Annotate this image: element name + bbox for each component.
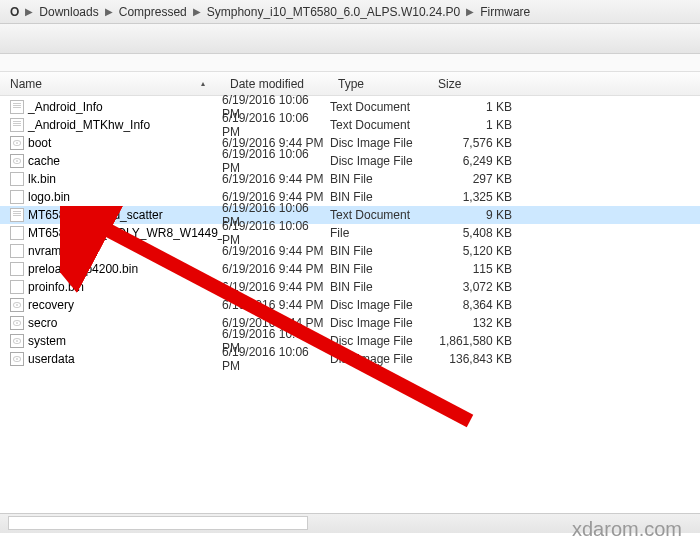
file-size: 297 KB bbox=[430, 172, 520, 186]
file-name-label: system bbox=[28, 334, 66, 348]
file-type: Disc Image File bbox=[330, 298, 430, 312]
file-date: 6/19/2016 10:06 PM bbox=[222, 147, 330, 175]
file-size: 115 KB bbox=[430, 262, 520, 276]
file-size: 132 KB bbox=[430, 316, 520, 330]
file-icon bbox=[10, 208, 24, 222]
breadcrumb-segment[interactable]: Compressed bbox=[117, 5, 189, 19]
file-name-label: MT6580_Android_scatter bbox=[28, 208, 163, 222]
file-icon bbox=[10, 244, 24, 258]
status-input[interactable] bbox=[8, 516, 308, 530]
file-row[interactable]: cache6/19/2016 10:06 PMDisc Image File6,… bbox=[0, 152, 700, 170]
file-name-label: _Android_Info bbox=[28, 100, 103, 114]
column-header-size[interactable]: Size bbox=[430, 73, 520, 95]
file-date: 6/19/2016 9:44 PM bbox=[222, 298, 330, 312]
file-type: Text Document bbox=[330, 208, 430, 222]
file-size: 9 KB bbox=[430, 208, 520, 222]
file-type: Text Document bbox=[330, 118, 430, 132]
file-name-label: preloader_p4200.bin bbox=[28, 262, 138, 276]
file-type: BIN File bbox=[330, 244, 430, 258]
file-size: 8,364 KB bbox=[430, 298, 520, 312]
file-row[interactable]: secro6/19/2016 9:44 PMDisc Image File132… bbox=[0, 314, 700, 332]
file-row[interactable]: system6/19/2016 10:06 PMDisc Image File1… bbox=[0, 332, 700, 350]
file-row[interactable]: preloader_p4200.bin6/19/2016 9:44 PMBIN … bbox=[0, 260, 700, 278]
file-row[interactable]: MT6580_Android_scatter6/19/2016 10:06 PM… bbox=[0, 206, 700, 224]
chevron-right-icon: ▶ bbox=[462, 6, 478, 17]
file-name-label: recovery bbox=[28, 298, 74, 312]
file-type: Disc Image File bbox=[330, 334, 430, 348]
file-icon bbox=[10, 298, 24, 312]
file-name-label: userdata bbox=[28, 352, 75, 366]
file-size: 1,325 KB bbox=[430, 190, 520, 204]
file-size: 7,576 KB bbox=[430, 136, 520, 150]
file-icon bbox=[10, 352, 24, 366]
file-size: 5,120 KB bbox=[430, 244, 520, 258]
file-icon bbox=[10, 226, 24, 240]
file-date: 6/19/2016 9:44 PM bbox=[222, 172, 330, 186]
toolbar bbox=[0, 24, 700, 54]
file-date: 6/19/2016 10:06 PM bbox=[222, 345, 330, 373]
file-icon bbox=[10, 316, 24, 330]
spacer bbox=[0, 54, 700, 72]
chevron-right-icon: ▶ bbox=[21, 6, 37, 17]
file-size: 3,072 KB bbox=[430, 280, 520, 294]
file-icon bbox=[10, 118, 24, 132]
file-name-label: boot bbox=[28, 136, 51, 150]
column-header-date[interactable]: Date modified bbox=[222, 73, 330, 95]
file-row[interactable]: nvram.bin6/19/2016 9:44 PMBIN File5,120 … bbox=[0, 242, 700, 260]
breadcrumb-segment[interactable]: O bbox=[8, 5, 21, 19]
column-headers: Name ▴ Date modified Type Size bbox=[0, 72, 700, 96]
file-size: 1,861,580 KB bbox=[430, 334, 520, 348]
sort-arrow-icon: ▴ bbox=[201, 79, 205, 88]
file-size: 5,408 KB bbox=[430, 226, 520, 240]
file-row[interactable]: recovery6/19/2016 9:44 PMDisc Image File… bbox=[0, 296, 700, 314]
file-row[interactable]: boot6/19/2016 9:44 PMDisc Image File7,57… bbox=[0, 134, 700, 152]
file-icon bbox=[10, 280, 24, 294]
file-icon bbox=[10, 334, 24, 348]
file-name-label: cache bbox=[28, 154, 60, 168]
column-header-type[interactable]: Type bbox=[330, 73, 430, 95]
breadcrumb[interactable]: O ▶ Downloads ▶ Compressed ▶ Symphony_i1… bbox=[0, 0, 700, 24]
file-row[interactable]: userdata6/19/2016 10:06 PMDisc Image Fil… bbox=[0, 350, 700, 368]
chevron-right-icon: ▶ bbox=[189, 6, 205, 17]
file-date: 6/19/2016 10:06 PM bbox=[222, 111, 330, 139]
file-date: 6/19/2016 9:44 PM bbox=[222, 262, 330, 276]
breadcrumb-segment[interactable]: Firmware bbox=[478, 5, 532, 19]
file-icon bbox=[10, 172, 24, 186]
file-row[interactable]: MT6580_S00_MOLY_WR8_W1449_MD_W...6/19/20… bbox=[0, 224, 700, 242]
file-size: 6,249 KB bbox=[430, 154, 520, 168]
breadcrumb-segment[interactable]: Symphony_i10_MT6580_6.0_ALPS.W10.24.P0 bbox=[205, 5, 463, 19]
file-type: Disc Image File bbox=[330, 136, 430, 150]
file-type: BIN File bbox=[330, 190, 430, 204]
file-size: 1 KB bbox=[430, 118, 520, 132]
file-name-label: nvram.bin bbox=[28, 244, 81, 258]
file-list-area: Name ▴ Date modified Type Size _Android_… bbox=[0, 72, 700, 370]
file-icon bbox=[10, 262, 24, 276]
file-name-label: lk.bin bbox=[28, 172, 56, 186]
file-size: 136,843 KB bbox=[430, 352, 520, 366]
file-size: 1 KB bbox=[430, 100, 520, 114]
file-row[interactable]: lk.bin6/19/2016 9:44 PMBIN File297 KB bbox=[0, 170, 700, 188]
file-type: BIN File bbox=[330, 262, 430, 276]
file-icon bbox=[10, 190, 24, 204]
watermark: xdarom.com bbox=[572, 518, 682, 541]
file-row[interactable]: proinfo.bin6/19/2016 9:44 PMBIN File3,07… bbox=[0, 278, 700, 296]
file-row[interactable]: _Android_Info6/19/2016 10:06 PMText Docu… bbox=[0, 98, 700, 116]
file-date: 6/19/2016 10:06 PM bbox=[222, 219, 330, 247]
file-name-label: logo.bin bbox=[28, 190, 70, 204]
file-row[interactable]: logo.bin6/19/2016 9:44 PMBIN File1,325 K… bbox=[0, 188, 700, 206]
file-icon bbox=[10, 100, 24, 114]
file-list: _Android_Info6/19/2016 10:06 PMText Docu… bbox=[0, 96, 700, 370]
file-type: Text Document bbox=[330, 100, 430, 114]
file-type: BIN File bbox=[330, 172, 430, 186]
file-type: Disc Image File bbox=[330, 352, 430, 366]
file-type: Disc Image File bbox=[330, 316, 430, 330]
column-header-name[interactable]: Name ▴ bbox=[0, 73, 222, 95]
breadcrumb-segment[interactable]: Downloads bbox=[37, 5, 100, 19]
file-name-label: secro bbox=[28, 316, 57, 330]
file-name-label: proinfo.bin bbox=[28, 280, 84, 294]
file-name-label: MT6580_S00_MOLY_WR8_W1449_MD_W... bbox=[28, 226, 222, 240]
file-date: 6/19/2016 9:44 PM bbox=[222, 244, 330, 258]
file-row[interactable]: _Android_MTKhw_Info6/19/2016 10:06 PMTex… bbox=[0, 116, 700, 134]
file-icon bbox=[10, 154, 24, 168]
file-type: BIN File bbox=[330, 280, 430, 294]
